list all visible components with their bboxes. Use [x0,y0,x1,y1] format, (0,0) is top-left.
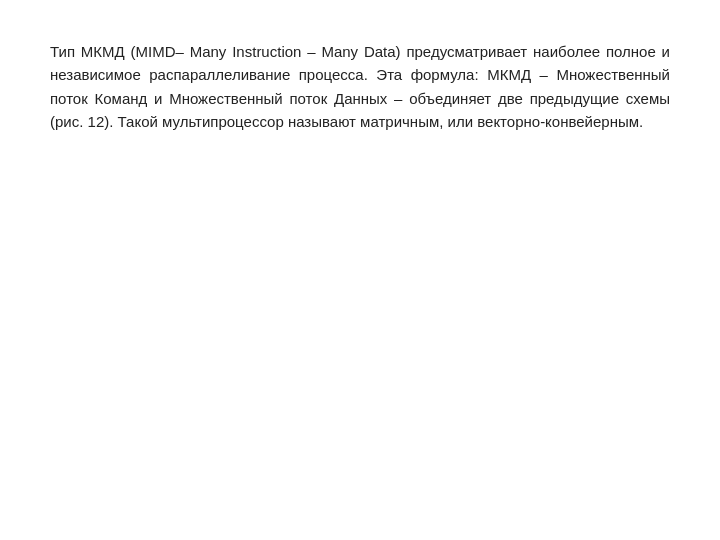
page-container: Тип МКМД (MIMD– Many Instruction – Many … [0,0,720,540]
main-paragraph: Тип МКМД (MIMD– Many Instruction – Many … [50,40,670,133]
